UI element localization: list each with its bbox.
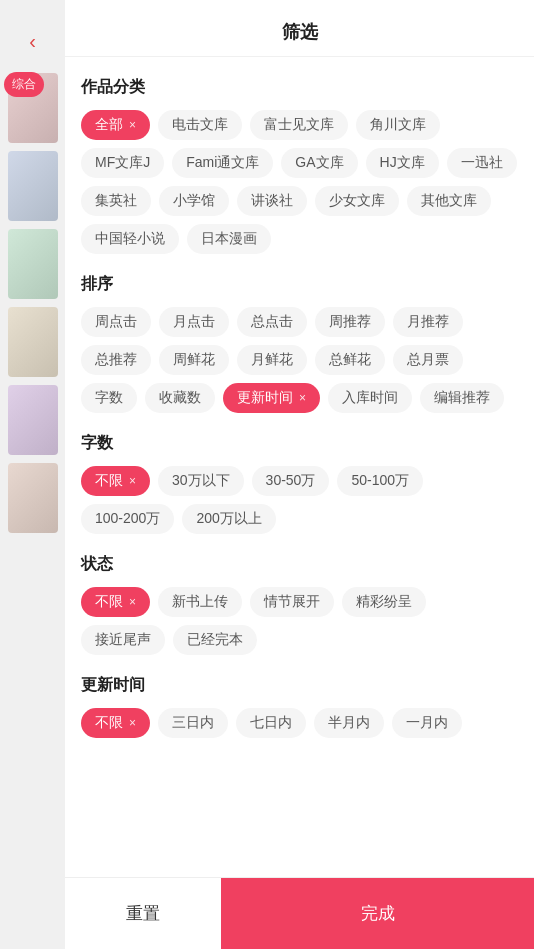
section-category: 作品分类全部×电击文库富士见文库角川文库MF文库JFami通文库GA文库HJ文库… xyxy=(81,77,518,254)
tag-sort-12[interactable]: 更新时间× xyxy=(223,383,320,413)
tag-sort-13[interactable]: 入库时间 xyxy=(328,383,412,413)
tag-category-0[interactable]: 全部× xyxy=(81,110,150,140)
tag-sort-1[interactable]: 月点击 xyxy=(159,307,229,337)
side-card-4 xyxy=(8,307,58,377)
tag-category-4[interactable]: MF文库J xyxy=(81,148,164,178)
tab-综合[interactable]: 综合 xyxy=(4,72,44,97)
main-panel: 筛选 作品分类全部×电击文库富士见文库角川文库MF文库JFami通文库GA文库H… xyxy=(65,0,534,949)
tag-update_time-0[interactable]: 不限× xyxy=(81,708,150,738)
tag-category-14[interactable]: 中国轻小说 xyxy=(81,224,179,254)
tags-wrap-sort: 周点击月点击总点击周推荐月推荐总推荐周鲜花月鲜花总鲜花总月票字数收藏数更新时间×… xyxy=(81,307,518,413)
section-title-status: 状态 xyxy=(81,554,518,575)
tag-update_time-2[interactable]: 七日内 xyxy=(236,708,306,738)
tag-sort-6[interactable]: 周鲜花 xyxy=(159,345,229,375)
side-card-5 xyxy=(8,385,58,455)
reset-button[interactable]: 重置 xyxy=(65,878,221,949)
tag-wordcount-1[interactable]: 30万以下 xyxy=(158,466,244,496)
side-card-2 xyxy=(8,151,58,221)
tag-category-12[interactable]: 少女文库 xyxy=(315,186,399,216)
tags-wrap-wordcount: 不限×30万以下30-50万50-100万100-200万200万以上 xyxy=(81,466,518,534)
tag-sort-4[interactable]: 月推荐 xyxy=(393,307,463,337)
tag-sort-11[interactable]: 收藏数 xyxy=(145,383,215,413)
tag-sort-2[interactable]: 总点击 xyxy=(237,307,307,337)
tag-sort-8[interactable]: 总鲜花 xyxy=(315,345,385,375)
tag-category-3[interactable]: 角川文库 xyxy=(356,110,440,140)
page-title: 筛选 xyxy=(282,22,318,42)
side-card-6 xyxy=(8,463,58,533)
tag-sort-3[interactable]: 周推荐 xyxy=(315,307,385,337)
tag-category-5[interactable]: Fami通文库 xyxy=(172,148,273,178)
tag-sort-9[interactable]: 总月票 xyxy=(393,345,463,375)
side-card-3 xyxy=(8,229,58,299)
tag-category-9[interactable]: 集英社 xyxy=(81,186,151,216)
section-sort: 排序周点击月点击总点击周推荐月推荐总推荐周鲜花月鲜花总鲜花总月票字数收藏数更新时… xyxy=(81,274,518,413)
tag-category-8[interactable]: 一迅社 xyxy=(447,148,517,178)
confirm-button[interactable]: 完成 xyxy=(221,878,534,949)
tag-update_time-4[interactable]: 一月内 xyxy=(392,708,462,738)
tag-sort-7[interactable]: 月鲜花 xyxy=(237,345,307,375)
tag-wordcount-4[interactable]: 100-200万 xyxy=(81,504,174,534)
tag-status-1[interactable]: 新书上传 xyxy=(158,587,242,617)
tag-category-10[interactable]: 小学馆 xyxy=(159,186,229,216)
tag-category-7[interactable]: HJ文库 xyxy=(366,148,439,178)
tag-category-11[interactable]: 讲谈社 xyxy=(237,186,307,216)
tag-update_time-1[interactable]: 三日内 xyxy=(158,708,228,738)
section-title-wordcount: 字数 xyxy=(81,433,518,454)
tag-category-1[interactable]: 电击文库 xyxy=(158,110,242,140)
tag-update_time-3[interactable]: 半月内 xyxy=(314,708,384,738)
section-wordcount: 字数不限×30万以下30-50万50-100万100-200万200万以上 xyxy=(81,433,518,534)
tag-category-6[interactable]: GA文库 xyxy=(281,148,357,178)
side-cards xyxy=(8,73,58,533)
tag-status-5[interactable]: 已经完本 xyxy=(173,625,257,655)
header: 筛选 xyxy=(65,0,534,57)
tag-sort-10[interactable]: 字数 xyxy=(81,383,137,413)
tag-status-2[interactable]: 情节展开 xyxy=(250,587,334,617)
section-title-category: 作品分类 xyxy=(81,77,518,98)
tag-status-4[interactable]: 接近尾声 xyxy=(81,625,165,655)
back-panel: ‹ 综合 xyxy=(0,0,65,949)
tag-category-15[interactable]: 日本漫画 xyxy=(187,224,271,254)
tag-wordcount-0[interactable]: 不限× xyxy=(81,466,150,496)
tag-status-0[interactable]: 不限× xyxy=(81,587,150,617)
bottom-bar: 重置 完成 xyxy=(65,877,534,949)
section-title-sort: 排序 xyxy=(81,274,518,295)
back-button[interactable]: ‹ xyxy=(29,30,36,53)
tag-wordcount-3[interactable]: 50-100万 xyxy=(337,466,423,496)
tags-wrap-update_time: 不限×三日内七日内半月内一月内 xyxy=(81,708,518,738)
tag-category-13[interactable]: 其他文库 xyxy=(407,186,491,216)
tag-sort-0[interactable]: 周点击 xyxy=(81,307,151,337)
section-status: 状态不限×新书上传情节展开精彩纷呈接近尾声已经完本 xyxy=(81,554,518,655)
scroll-content: 作品分类全部×电击文库富士见文库角川文库MF文库JFami通文库GA文库HJ文库… xyxy=(65,57,534,949)
tag-wordcount-5[interactable]: 200万以上 xyxy=(182,504,275,534)
tag-category-2[interactable]: 富士见文库 xyxy=(250,110,348,140)
section-title-update_time: 更新时间 xyxy=(81,675,518,696)
tags-wrap-category: 全部×电击文库富士见文库角川文库MF文库JFami通文库GA文库HJ文库一迅社集… xyxy=(81,110,518,254)
tags-wrap-status: 不限×新书上传情节展开精彩纷呈接近尾声已经完本 xyxy=(81,587,518,655)
tag-wordcount-2[interactable]: 30-50万 xyxy=(252,466,330,496)
section-update_time: 更新时间不限×三日内七日内半月内一月内 xyxy=(81,675,518,738)
tag-status-3[interactable]: 精彩纷呈 xyxy=(342,587,426,617)
tag-sort-5[interactable]: 总推荐 xyxy=(81,345,151,375)
tag-sort-14[interactable]: 编辑推荐 xyxy=(420,383,504,413)
